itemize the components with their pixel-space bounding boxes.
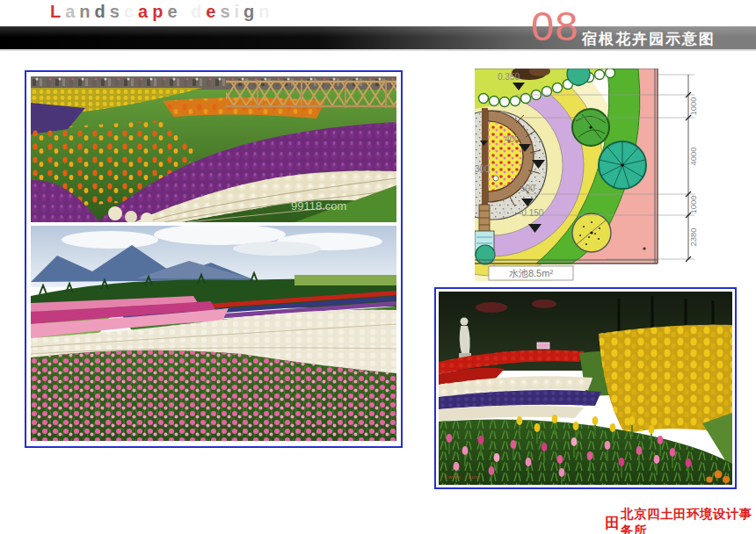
dim-4000: 4000 [688, 147, 698, 165]
watermark-bottom-photo: ©www….com [444, 474, 480, 480]
dim-2380: 2380 [688, 227, 698, 246]
fence [226, 80, 396, 108]
watermark-top-photo: 99118.com [291, 199, 346, 213]
plan-pool [475, 231, 495, 264]
plan-wrap: 0.350 400 300 500 -0.150 1000 [475, 69, 700, 281]
company-logo-icon: 田 [605, 516, 620, 530]
page-title: 宿根花卉园示意图 [582, 29, 716, 49]
footer-company: 田 北京四土田环境设计事务所 [605, 506, 756, 534]
elev-middle: 500 [520, 184, 535, 193]
logo-text: Landscape design [50, 1, 274, 22]
pool-label-text: 水池8.5m² [509, 268, 553, 278]
elev-top: 0.350 [498, 72, 520, 82]
bottom-right-photo-frame: ©www….com [434, 287, 737, 489]
company-name: 北京四土田环境设计事务所 [621, 506, 756, 534]
plan-drawing: 0.350 400 300 500 -0.150 1000 [475, 69, 700, 281]
photo-flower-spiral: 99118.com [31, 76, 396, 222]
photo-tulip-garden: ©www….com [439, 292, 732, 485]
page-number: 08 [531, 5, 578, 47]
white-flower-row2 [439, 405, 584, 422]
elev-lower: -0.150 [519, 208, 544, 218]
dim-1000a: 1000 [688, 97, 698, 115]
photo-flower-field-mountains [31, 226, 396, 441]
left-photo-frame: 99118.com [25, 70, 403, 448]
plan-dimension-chain: 1000 4000 1000 2380 [686, 75, 698, 262]
yellow-tulip-mass [599, 325, 732, 434]
sign-marker [537, 343, 549, 349]
dim-1000b: 1000 [688, 195, 698, 213]
elev-upper: 400 [505, 134, 520, 144]
elev-left: 300 [475, 164, 490, 174]
